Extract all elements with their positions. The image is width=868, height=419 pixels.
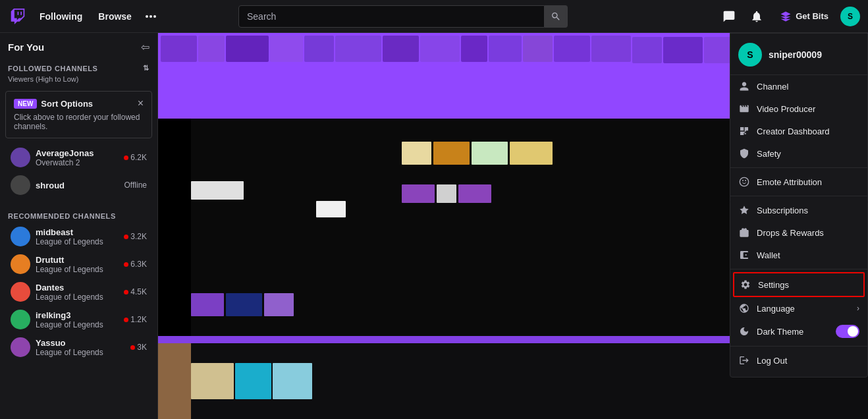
get-bits-button[interactable]: Get Bits [773, 7, 835, 26]
sidebar: For You ⇦ FOLLOWED CHANNELS ⇅ Viewers (H… [0, 33, 158, 419]
channel-info: Dantes League of Legends [36, 283, 119, 302]
twitch-logo[interactable] [8, 7, 28, 26]
channel-info: shroud [36, 181, 119, 190]
gift-icon [738, 227, 750, 238]
inbox-button[interactable] [718, 5, 740, 28]
channel-info: Drututt League of Legends [36, 255, 119, 274]
search-bar [238, 5, 568, 28]
channel-viewers: 3K [130, 343, 147, 352]
dropdown-item-channel[interactable]: Channel [730, 75, 867, 98]
dropdown-item-video-producer[interactable]: Video Producer [730, 98, 867, 120]
dropdown-divider [730, 167, 867, 168]
dashboard-icon [738, 125, 750, 137]
topnav-right: Get Bits S [718, 5, 860, 28]
channel-name: shroud [36, 181, 119, 190]
channel-viewers: 6.2K [124, 153, 147, 162]
dropdown-item-emote-attribution-label: Emote Attribution [757, 177, 822, 187]
svg-point-2 [153, 15, 156, 18]
user-avatar[interactable]: S [840, 7, 860, 26]
svg-point-4 [742, 180, 744, 181]
channel-info: AverageJonas Overwatch 2 [36, 148, 119, 167]
dropdown-item-dark-theme-label: Dark Theme [757, 327, 803, 337]
dropdown-item-creator-dashboard-label: Creator Dashboard [757, 126, 830, 136]
sort-icon[interactable]: ⇅ [143, 64, 149, 72]
avatar [11, 282, 30, 302]
svg-point-5 [745, 180, 746, 181]
user-icon [738, 80, 750, 92]
nav-browse[interactable]: Browse [92, 7, 138, 26]
channel-row[interactable]: AverageJonas Overwatch 2 6.2K [3, 144, 155, 171]
channel-name: Drututt [36, 255, 119, 265]
dropdown-item-emote-attribution[interactable]: Emote Attribution [730, 171, 867, 193]
sort-options-close[interactable]: × [138, 98, 144, 109]
sidebar-header-title: For You [8, 42, 44, 53]
dropdown-item-wallet-label: Wallet [757, 250, 780, 260]
search-input[interactable] [238, 5, 545, 28]
avatar [11, 175, 30, 195]
channel-game: League of Legends [36, 265, 119, 274]
channel-row[interactable]: Dantes League of Legends 4.5K [3, 278, 155, 306]
nav-following[interactable]: Following [33, 7, 89, 26]
channel-info: Yassuo League of Legends [36, 338, 125, 357]
sidebar-followed-label: FOLLOWED CHANNELS ⇅ [0, 59, 157, 75]
svg-point-1 [149, 15, 152, 18]
dropdown-item-drops-rewards-label: Drops & Rewards [757, 228, 824, 238]
channel-row[interactable]: irelking3 League of Legends 1.2K [3, 306, 155, 333]
sort-options-new-badge: NEW [14, 99, 37, 109]
settings-icon [740, 279, 751, 291]
dropdown-item-subscriptions[interactable]: Subscriptions [730, 199, 867, 221]
channel-game: League of Legends [36, 293, 119, 302]
channel-row[interactable]: Yassuo League of Legends 3K [3, 333, 155, 361]
dropdown-item-language[interactable]: Language › [730, 297, 867, 320]
dropdown-user-section: S sniper00009 [730, 34, 867, 75]
channel-game: League of Legends [36, 237, 119, 246]
channel-name: irelking3 [36, 310, 119, 320]
sidebar-recommended-label: RECOMMENDED CHANNELS [0, 207, 157, 223]
dark-theme-toggle[interactable] [836, 325, 859, 338]
dropdown-item-settings[interactable]: Settings [733, 272, 865, 297]
channel-game: Overwatch 2 [36, 158, 119, 167]
svg-point-0 [146, 15, 148, 18]
avatar [11, 227, 30, 246]
dropdown-item-creator-dashboard[interactable]: Creator Dashboard [730, 120, 867, 142]
channel-row[interactable]: Drututt League of Legends 6.3K [3, 250, 155, 278]
channel-row[interactable]: shroud Offline [3, 171, 155, 199]
channel-viewers: Offline [124, 181, 147, 190]
avatar [11, 254, 30, 274]
dropdown-item-channel-label: Channel [757, 82, 788, 92]
sidebar-collapse-icon[interactable]: ⇦ [141, 41, 149, 53]
emote-icon [738, 176, 750, 188]
dropdown-item-language-label: Language [757, 304, 795, 314]
channel-game: League of Legends [36, 348, 125, 357]
dropdown-item-drops-rewards[interactable]: Drops & Rewards [730, 221, 867, 244]
search-button[interactable] [545, 5, 568, 28]
moon-icon [738, 325, 750, 337]
dropdown-divider [730, 346, 867, 347]
dropdown-item-settings-label: Settings [758, 280, 789, 290]
svg-point-3 [740, 177, 748, 186]
channel-game: League of Legends [36, 320, 119, 329]
channel-name: Yassuo [36, 338, 125, 348]
dropdown-item-dark-theme[interactable]: Dark Theme [730, 320, 867, 343]
nav-more[interactable] [141, 7, 161, 26]
notifications-button[interactable] [746, 5, 768, 28]
dropdown-user-avatar: S [738, 43, 762, 67]
film-icon [738, 103, 750, 115]
language-icon [738, 302, 750, 314]
channel-viewers: 4.5K [124, 287, 147, 296]
dropdown-item-logout-label: Log Out [757, 356, 787, 366]
avatar [11, 337, 30, 357]
wallet-icon [738, 249, 750, 261]
dropdown-menu: S sniper00009 Channel Video Producer Cre… [730, 33, 868, 377]
sort-options-title: Sort Options [41, 99, 93, 109]
channel-info: midbeast League of Legends [36, 227, 119, 246]
dropdown-item-wallet[interactable]: Wallet [730, 244, 867, 266]
channel-name: midbeast [36, 227, 119, 237]
topnav-nav: Following Browse [33, 7, 161, 26]
channel-row[interactable]: midbeast League of Legends 3.2K [3, 223, 155, 250]
dropdown-item-safety[interactable]: Safety [730, 142, 867, 165]
dropdown-item-logout[interactable]: Log Out [730, 349, 867, 372]
channel-name: Dantes [36, 283, 119, 293]
star-icon [738, 204, 750, 216]
sidebar-header: For You ⇦ [0, 33, 157, 59]
